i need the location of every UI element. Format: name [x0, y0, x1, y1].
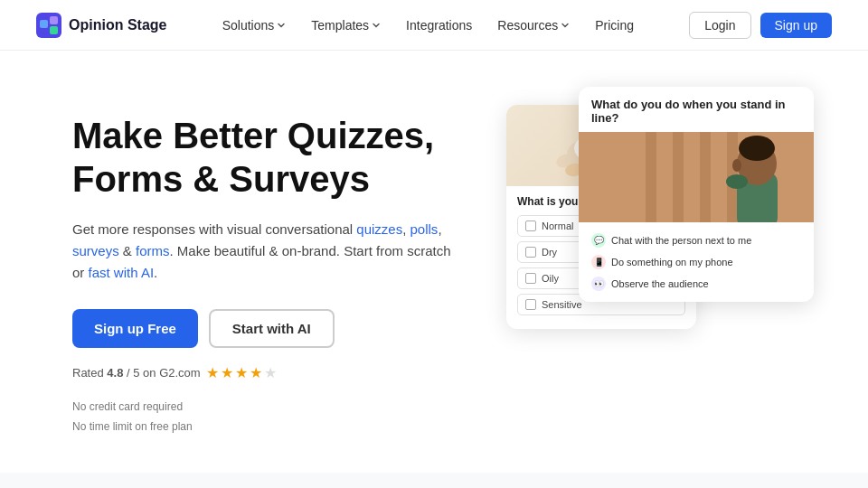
dot-phone: 📱 — [591, 255, 606, 269]
line-option-observe[interactable]: 👀 Observe the audience — [591, 273, 801, 295]
note-no-credit-card: No credit card required — [72, 398, 452, 418]
svg-rect-1 — [40, 20, 48, 28]
signup-free-button[interactable]: Sign up Free — [72, 309, 198, 348]
hero-description: Get more responses with visual conversat… — [72, 219, 452, 284]
hero-section: Make Better Quizzes, Forms & Surveys Get… — [0, 51, 868, 473]
svg-point-20 — [739, 136, 775, 161]
star-rating: ★ ★ ★ ★ ★ — [206, 364, 277, 381]
line-option-phone[interactable]: 📱 Do something on my phone — [591, 251, 801, 273]
line-options: 💬 Chat with the person next to me 📱 Do s… — [579, 222, 814, 302]
svg-point-21 — [732, 159, 741, 172]
person-illustration — [579, 132, 814, 222]
nav-links: Solutions Templates Integrations Resourc… — [222, 18, 634, 33]
link-polls[interactable]: polls — [410, 221, 439, 237]
nav-signup-button[interactable]: Sign up — [760, 13, 832, 38]
logo[interactable]: Opinion Stage — [36, 13, 166, 38]
line-question: What do you do when you stand in line? — [579, 87, 814, 132]
logo-icon — [36, 13, 61, 38]
dot-observe: 👀 — [591, 277, 606, 291]
start-with-ai-button[interactable]: Start with AI — [209, 309, 335, 348]
nav-actions: Login Sign up — [689, 12, 832, 39]
nav-pricing[interactable]: Pricing — [595, 18, 634, 33]
star-5: ★ — [264, 364, 277, 381]
skin-checkbox-dry — [525, 247, 536, 258]
rating: Rated 4.8 / 5 on G2.com ★ ★ ★ ★ ★ — [72, 364, 452, 381]
trusted-section: Trusted by 100,000+ customers, including… — [0, 473, 868, 488]
hero-content: Make Better Quizzes, Forms & Surveys Get… — [72, 105, 452, 436]
skin-checkbox-oily — [525, 273, 536, 284]
link-quizzes[interactable]: quizzes — [356, 221, 402, 237]
skin-checkbox-sensitive — [525, 299, 536, 310]
dot-chat: 💬 — [591, 233, 606, 248]
nav-resources[interactable]: Resources — [497, 18, 570, 33]
svg-rect-2 — [50, 16, 58, 24]
skin-checkbox-normal — [525, 221, 536, 231]
hero-notes: No credit card required No time limit on… — [72, 398, 452, 436]
link-surveys[interactable]: surveys — [72, 243, 119, 258]
hero-buttons: Sign up Free Start with AI — [72, 309, 452, 348]
navbar: Opinion Stage Solutions Templates Integr… — [0, 0, 868, 51]
chevron-down-icon — [372, 21, 381, 30]
chevron-down-icon — [561, 21, 570, 30]
hero-illustration: NSAUTHY What is your skin type? Normal D… — [506, 87, 814, 358]
star-4: ★ — [250, 364, 262, 381]
nav-templates[interactable]: Templates — [311, 18, 381, 33]
svg-point-22 — [726, 174, 748, 189]
note-no-time-limit: No time limit on free plan — [72, 418, 452, 437]
svg-rect-3 — [50, 26, 58, 34]
stand-in-line-card: What do you do when you stand in line? — [579, 87, 814, 302]
line-option-chat[interactable]: 💬 Chat with the person next to me — [591, 230, 801, 251]
link-fast-ai[interactable]: fast with AI — [89, 265, 155, 280]
link-forms[interactable]: forms — [136, 243, 170, 258]
nav-integrations[interactable]: Integrations — [406, 18, 472, 33]
login-button[interactable]: Login — [689, 12, 750, 39]
star-2: ★ — [221, 364, 233, 381]
hero-title: Make Better Quizzes, Forms & Surveys — [72, 114, 452, 201]
svg-rect-13 — [579, 132, 814, 222]
logo-text: Opinion Stage — [69, 17, 166, 33]
nav-solutions[interactable]: Solutions — [222, 18, 287, 33]
line-card-image — [579, 132, 814, 222]
star-3: ★ — [235, 364, 248, 381]
star-1: ★ — [206, 364, 219, 381]
chevron-down-icon — [277, 21, 286, 30]
rating-text: Rated 4.8 / 5 on G2.com — [72, 366, 201, 380]
